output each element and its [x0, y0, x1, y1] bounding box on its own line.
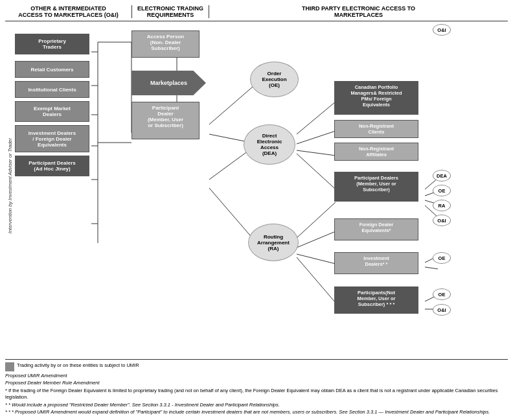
legend-note2-text: * * Would include a proposed "Restricted…	[5, 402, 280, 408]
svg-line-11	[209, 82, 258, 124]
diagram-container: OTHER & INTERMEDIATEDACCESS TO MARKETPLA…	[0, 0, 513, 420]
entity-investment-dealers-right: InvestmentDealers* *	[334, 252, 418, 274]
svg-line-16	[297, 131, 336, 144]
legend-icon	[5, 362, 14, 371]
entity-exempt-market-dealers: Exempt MarketDealers	[15, 101, 89, 122]
oval-dea: DirectElectronicAccess(DEA)	[244, 124, 295, 165]
entity-non-registrant-affiliates: Non-RegistrantAffiliates	[334, 143, 418, 161]
label-oe-1: OE	[433, 185, 451, 196]
legend-row-1: Proposed UMIR Amendment	[5, 373, 508, 379]
entity-participant-dealers-adhoc: Participant Dealers(Ad Hoc Jtney)	[15, 156, 89, 176]
svg-line-18	[297, 154, 336, 189]
node-access-person: Access Person(Non- DealerSubscriber)	[131, 30, 200, 58]
section-headers: OTHER & INTERMEDIATEDACCESS TO MARKETPLA…	[5, 5, 508, 21]
vertical-label: Intervention by Investment Adviser or Tr…	[5, 43, 14, 329]
svg-line-28	[425, 267, 438, 269]
label-oi-2: O&I	[433, 24, 451, 36]
label-oe-3: OE	[433, 288, 451, 300]
header-etr: ELECTRONIC TRADINGREQUIREMENTS	[131, 5, 209, 18]
label-oi-1: O&I	[433, 215, 451, 226]
entity-participant-dealers-right: Participant Dealers(Member, User orSubsc…	[334, 172, 418, 202]
legend-line2: Proposed Dealer Member Rule Amendment	[5, 380, 100, 386]
legend-line1: Proposed UMIR Amendment	[5, 373, 67, 379]
legend: Trading activity by or on these entities…	[5, 359, 508, 417]
legend-row-main: Trading activity by or on these entities…	[5, 362, 508, 371]
oval-order-execution: OrderExecution(OE)	[250, 62, 299, 97]
entity-cdn-portfolio: Canadian PortfolioManagers& RestrictedPM…	[334, 81, 418, 115]
svg-line-17	[297, 150, 336, 156]
label-dea-1: DEA	[433, 170, 451, 181]
entity-institutional-clients: Institutional Clients	[15, 81, 89, 98]
label-oe-2: OE	[433, 252, 451, 264]
node-participant-dealer: ParticipantDealer(Member, Useror Subscri…	[131, 102, 200, 139]
node-marketplaces: Marketplaces	[131, 71, 206, 95]
left-entities: ProprietaryTraders Retail Customers Inst…	[15, 34, 89, 176]
svg-line-15	[297, 102, 336, 134]
entity-non-registrant-clients: Non-RegistrantClients	[334, 120, 418, 138]
svg-line-22	[297, 257, 336, 303]
entity-investment-dealers: Investment Dealers/ Foreign DealerEquiva…	[15, 125, 89, 152]
label-ra-1: RA	[433, 200, 451, 211]
header-oi: OTHER & INTERMEDIATEDACCESS TO MARKETPLA…	[5, 5, 131, 18]
entity-foreign-dealer-equivalents: Foreign DealerEquivalents*	[334, 218, 418, 240]
legend-note1-text: * If the trading of the Foreign Dealer E…	[5, 388, 508, 401]
label-oi-3: O&I	[433, 304, 451, 316]
legend-row-2: Proposed Dealer Member Rule Amendment	[5, 380, 508, 386]
svg-line-21	[297, 254, 336, 264]
middle-column: Access Person(Non- DealerSubscriber) Mar…	[131, 30, 203, 139]
svg-line-19	[297, 202, 336, 238]
entity-proprietary-traders: ProprietaryTraders	[15, 34, 89, 54]
vertical-label-text: Intervention by Investment Adviser or Tr…	[7, 138, 13, 233]
node-marketplaces-container: Marketplaces	[131, 71, 203, 95]
svg-line-20	[297, 231, 336, 248]
legend-note1: * If the trading of the Foreign Dealer E…	[5, 388, 508, 401]
header-tpea: THIRD PARTY ELECTRONIC ACCESS TOMARKETPL…	[209, 5, 508, 18]
legend-main-text: Trading activity by or on these entities…	[17, 362, 139, 369]
legend-note2: * * Would include a proposed "Restricted…	[5, 402, 508, 408]
oval-routing-arrangement: RoutingArrangement(RA)	[248, 224, 299, 261]
entity-retail-customers: Retail Customers	[15, 61, 89, 78]
legend-note3: * * * Proposed UMIR Amendment would expa…	[5, 409, 508, 415]
entity-participants-not-member: Participants(NotMember, User orSubscribe…	[334, 286, 418, 314]
legend-note3-text: * * * Proposed UMIR Amendment would expa…	[5, 409, 490, 415]
